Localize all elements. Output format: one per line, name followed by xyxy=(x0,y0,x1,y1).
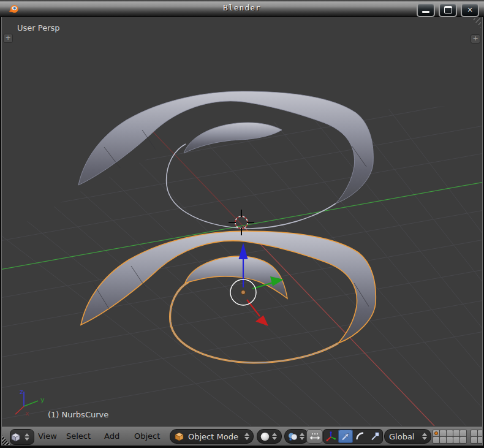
orientation-dropdown-value: Global xyxy=(385,432,420,441)
rotate-icon xyxy=(355,431,366,442)
layer-button[interactable] xyxy=(478,437,482,443)
layer-button[interactable] xyxy=(453,437,459,443)
properties-expand-button[interactable]: + xyxy=(471,34,480,44)
scale-icon xyxy=(369,431,380,442)
manipulator-toggle-button[interactable] xyxy=(323,430,338,443)
axis-y-label: y xyxy=(40,396,45,404)
3d-viewport-editor-icon xyxy=(11,433,20,442)
layer-button[interactable] xyxy=(447,437,453,443)
viewport-scene xyxy=(2,17,482,426)
layer-button[interactable] xyxy=(460,430,466,436)
window-title: Blender xyxy=(0,3,484,12)
manipulate-center-points-icon xyxy=(309,433,320,441)
viewport-shading-dropdown[interactable] xyxy=(257,429,282,444)
viewport-header: View Select Add Object Object Mode xyxy=(2,426,482,446)
toolshelf-expand-button[interactable]: + xyxy=(3,34,13,43)
dropdown-arrows-icon xyxy=(24,433,30,441)
close-icon: ✕ xyxy=(467,7,472,13)
menu-view[interactable]: View xyxy=(38,427,57,446)
dropdown-arrows-icon xyxy=(422,433,428,440)
layer-button[interactable] xyxy=(471,437,477,443)
close-button[interactable]: ✕ xyxy=(461,2,479,17)
layer-buttons-group-1 xyxy=(433,430,467,444)
dropdown-arrows-icon xyxy=(299,433,305,440)
maximize-icon xyxy=(444,6,452,13)
layer-button[interactable] xyxy=(440,437,446,443)
editor-type-button[interactable] xyxy=(10,429,34,445)
menu-add[interactable]: Add xyxy=(104,427,119,446)
menu-select[interactable]: Select xyxy=(66,427,91,446)
minimize-button[interactable] xyxy=(417,2,435,17)
active-object-label: (1) NurbsCurve xyxy=(48,410,108,419)
menu-object[interactable]: Object xyxy=(134,427,160,446)
layer-buttons-group-2 xyxy=(471,430,482,444)
object-mode-cube-icon xyxy=(175,432,184,441)
solid-shading-sphere-icon xyxy=(260,432,270,441)
titlebar[interactable]: Blender ✕ xyxy=(0,0,484,17)
manipulator-axes-icon xyxy=(325,431,336,442)
scale-manipulator-button[interactable] xyxy=(368,430,382,443)
layer-button[interactable] xyxy=(478,430,482,436)
window-content: User Persp + + z y x (1) NurbsCurve xyxy=(1,17,483,446)
manipulator-button-group xyxy=(323,429,383,444)
3d-viewport[interactable]: User Persp + + z y x (1) NurbsCurve xyxy=(2,17,482,426)
layer-button[interactable] xyxy=(460,437,466,443)
blender-window: Blender ✕ xyxy=(0,0,484,448)
dropdown-arrows-icon xyxy=(244,433,250,440)
maximize-button[interactable] xyxy=(439,2,457,17)
grid-floor xyxy=(2,18,482,426)
translate-icon xyxy=(340,431,351,442)
nurbs-surface-selected[interactable] xyxy=(81,231,376,363)
layer-button[interactable] xyxy=(433,437,439,443)
translate-manipulator-button[interactable] xyxy=(338,430,353,443)
layer-object-dot xyxy=(434,431,438,435)
layer-button[interactable] xyxy=(453,430,459,436)
manipulate-center-points-toggle[interactable] xyxy=(306,429,323,444)
pivot-point-dropdown[interactable] xyxy=(284,429,309,444)
layer-button[interactable] xyxy=(447,430,453,436)
layer-button[interactable] xyxy=(440,430,446,436)
view-label: User Persp xyxy=(17,23,60,32)
dropdown-arrows-icon xyxy=(271,433,278,440)
object-origin-dot xyxy=(241,290,246,295)
rotate-manipulator-button[interactable] xyxy=(353,430,368,443)
mode-dropdown[interactable]: Object Mode xyxy=(170,429,254,444)
layer-button[interactable] xyxy=(471,430,477,436)
layer-button-active[interactable] xyxy=(433,430,439,436)
axis-z-label: z xyxy=(20,388,23,396)
median-point-pivot-icon xyxy=(288,432,297,441)
window-controls: ✕ xyxy=(417,2,479,17)
mode-dropdown-value: Object Mode xyxy=(184,432,242,441)
mini-axis-gizmo: z y x xyxy=(10,387,47,421)
transform-orientation-dropdown[interactable]: Global xyxy=(384,429,431,444)
minimize-icon xyxy=(422,11,429,13)
axis-x-label: x xyxy=(25,409,29,417)
